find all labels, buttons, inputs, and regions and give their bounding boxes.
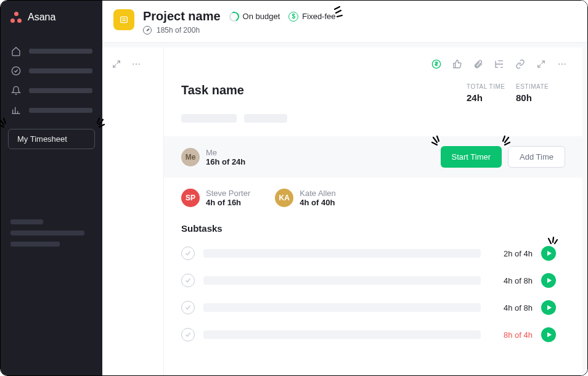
nav-home[interactable] (1, 41, 102, 61)
placeholder-bar (29, 88, 92, 93)
nav-reports[interactable] (1, 100, 102, 120)
thumbs-up-button[interactable] (452, 59, 463, 70)
fee-type-label: Fixed-fee (302, 12, 335, 21)
placeholder-bar (181, 114, 237, 123)
check-circle-icon[interactable] (181, 247, 195, 260)
placeholder-bar (203, 249, 481, 258)
placeholder-bar (29, 49, 92, 54)
assignee-item[interactable]: SP Steve Porter 4h of 16h (181, 189, 250, 207)
subtask-hours: 2h of 4h (489, 249, 533, 258)
assignee-hours: 16h of 24h (206, 157, 245, 166)
task-meta-placeholder (164, 107, 582, 136)
estimate-label: ESTIMATE (516, 83, 565, 90)
emphasis-marks-icon (544, 236, 561, 251)
timesheet-label: My Timesheet (17, 134, 67, 144)
subtask-icon-button[interactable] (494, 59, 505, 70)
svg-line-18 (505, 142, 510, 145)
gauge-icon (143, 26, 152, 35)
home-icon (10, 46, 22, 57)
svg-point-0 (12, 67, 20, 75)
subtask-row[interactable]: 2h of 4h (164, 240, 582, 267)
brand-name: Asana (28, 12, 55, 23)
dollar-icon: $ (288, 12, 298, 22)
play-button[interactable] (541, 273, 556, 288)
svg-line-20 (549, 239, 551, 243)
project-hours: 185h of 200h (143, 26, 336, 35)
subtasks-title: Subtasks (164, 218, 582, 240)
svg-line-17 (505, 137, 508, 142)
avatar: KA (275, 189, 293, 207)
svg-line-22 (555, 240, 557, 243)
svg-line-15 (432, 142, 437, 145)
play-button[interactable] (541, 300, 556, 315)
play-button[interactable] (541, 246, 556, 261)
main-area: Project name On budget $ Fixed-fee (102, 1, 587, 375)
budget-status-label: On budget (243, 12, 280, 21)
dollar-icon-button[interactable] (431, 59, 442, 70)
placeholder-bar (203, 330, 481, 339)
sidebar-placeholder-group (1, 213, 102, 253)
more-options-button[interactable]: ⋯ (557, 59, 568, 70)
left-mini-panel: ⋯ (102, 47, 164, 375)
assignee-name: Me (206, 148, 245, 157)
check-circle-icon[interactable] (181, 301, 195, 314)
project-header: Project name On budget $ Fixed-fee (102, 1, 587, 43)
emphasis-marks-icon (430, 135, 447, 150)
avatar: SP (181, 189, 200, 207)
budget-status-chip[interactable]: On budget (229, 12, 280, 22)
placeholder-bar (29, 108, 92, 113)
expand-panel-button[interactable] (536, 59, 547, 70)
check-circle-icon[interactable] (181, 328, 195, 341)
expand-button[interactable] (111, 59, 122, 70)
task-title: Task name (181, 83, 467, 97)
project-icon (113, 9, 134, 30)
asana-logo-icon (10, 12, 22, 23)
placeholder-bar (10, 231, 84, 235)
assignee-item[interactable]: KA Kate Allen 4h of 40h (275, 189, 336, 207)
svg-line-10 (336, 10, 341, 13)
chart-bar-icon (10, 105, 22, 116)
attachment-button[interactable] (473, 59, 484, 70)
check-circle-icon[interactable] (181, 274, 195, 287)
assignee-hours: 4h of 16h (206, 198, 250, 207)
progress-ring-icon (227, 10, 240, 23)
nav-tasks[interactable] (1, 61, 102, 81)
svg-line-12 (335, 7, 340, 9)
fee-type-chip[interactable]: $ Fixed-fee (288, 12, 335, 22)
svg-line-6 (97, 118, 99, 123)
play-button[interactable] (541, 327, 556, 342)
estimate-value: 80h (516, 92, 565, 103)
brand[interactable]: Asana (1, 12, 102, 41)
svg-line-3 (4, 118, 6, 123)
check-circle-icon (10, 65, 22, 76)
total-time-value: 24h (467, 92, 516, 103)
placeholder-bar (29, 68, 92, 73)
start-timer-button[interactable]: Start Timer (441, 146, 502, 168)
link-button[interactable] (515, 59, 526, 70)
avatar: Me (181, 148, 200, 166)
svg-line-11 (337, 15, 342, 17)
assignee-hours: 4h of 40h (300, 198, 336, 207)
subtask-row[interactable]: 4h of 8h (164, 267, 582, 294)
assignee-list: SP Steve Porter 4h of 16h KA Kate Allen … (164, 178, 582, 218)
subtask-row[interactable]: 8h of 4h (164, 321, 582, 348)
svg-line-19 (503, 136, 505, 141)
svg-line-1 (0, 120, 4, 125)
placeholder-bar (203, 303, 481, 312)
add-time-button[interactable]: Add Time (508, 146, 565, 168)
project-title: Project name (143, 9, 221, 23)
placeholder-bar (10, 219, 43, 224)
sidebar-item-timesheet[interactable]: My Timesheet (8, 129, 95, 149)
nav-notifications[interactable] (1, 81, 102, 100)
sidebar: Asana (1, 1, 102, 375)
subtask-hours: 8h of 4h (489, 330, 533, 340)
subtask-hours: 4h of 8h (489, 276, 533, 285)
emphasis-marks-icon (495, 135, 512, 150)
bell-icon (10, 85, 22, 96)
emphasis-marks-icon (89, 117, 107, 132)
more-button[interactable]: ⋯ (131, 59, 142, 70)
svg-line-14 (433, 137, 437, 142)
subtask-row[interactable]: 4h of 8h (164, 294, 582, 321)
placeholder-bar (10, 242, 60, 247)
current-user-row: Me Me 16h of 24h Start Timer Add Time (164, 136, 582, 178)
